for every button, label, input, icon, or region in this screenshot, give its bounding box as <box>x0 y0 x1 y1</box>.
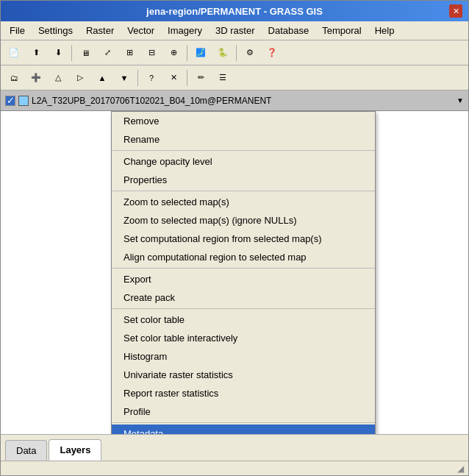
python-button[interactable]: 🐍 <box>212 43 233 63</box>
menu-database[interactable]: Database <box>262 23 315 38</box>
ctx-properties[interactable]: Properties <box>112 171 375 189</box>
zoom-query-button[interactable]: ⊟ <box>141 43 162 63</box>
ctx-create-pack[interactable]: Create pack <box>112 288 375 307</box>
ctx-align-region[interactable]: Align computational region to selected m… <box>112 248 375 266</box>
ctx-sep-1 <box>112 150 375 151</box>
toolbar-row-2: 🗂 ➕ △ ▷ ▲ ▼ ? ✕ ✏ ☰ <box>1 65 468 90</box>
menu-settings[interactable]: Settings <box>32 23 79 38</box>
toolbar-sep-5 <box>187 70 187 86</box>
layer-expand-icon[interactable]: ▼ <box>457 96 464 104</box>
ctx-zoom-selected[interactable]: Zoom to selected map(s) <box>112 193 375 211</box>
ctx-change-opacity[interactable]: Change opacity level <box>112 152 375 171</box>
menu-imagery[interactable]: Imagery <box>162 23 208 38</box>
layer-add-raster-button[interactable]: ➕ <box>26 68 46 88</box>
layer-name-label: L2A_T32UPB_20170706T102021_B04_10m@PERMA… <box>32 96 454 106</box>
ctx-set-region[interactable]: Set computational region from selected m… <box>112 230 375 248</box>
table-button[interactable]: ☰ <box>212 68 233 88</box>
close-button[interactable]: ✕ <box>449 4 462 18</box>
toolbar-row-1: 📄 ⬆ ⬇ 🖥 ⤢ ⊞ ⊟ ⊕ 🗾 🐍 ⚙ ❓ <box>1 40 468 65</box>
menu-raster[interactable]: Raster <box>80 23 120 38</box>
settings-button[interactable]: ⚙ <box>240 43 260 63</box>
ctx-report-raster-stats[interactable]: Report raster statistics <box>112 384 375 402</box>
context-menu: Remove Rename Change opacity level Prope… <box>111 111 376 434</box>
tab-data[interactable]: Data <box>5 440 47 461</box>
layer-add-cmd-button[interactable]: ▷ <box>70 68 90 88</box>
download-button[interactable]: ⬇ <box>48 43 68 63</box>
ctx-univariate-stats[interactable]: Univariate raster statistics <box>112 366 375 384</box>
bottom-tabs: Data Layers <box>1 434 468 461</box>
resize-handle-icon: ◢ <box>457 463 464 474</box>
query-button[interactable]: ? <box>141 68 162 88</box>
ctx-set-color-table[interactable]: Set color table <box>112 310 375 329</box>
zoom-extent-button[interactable]: ⤢ <box>97 43 118 63</box>
tab-layers[interactable]: Layers <box>49 439 101 461</box>
title-bar: jena-region/PERMANENT - GRASS GIS ✕ <box>1 1 468 21</box>
menu-help[interactable]: Help <box>369 23 401 38</box>
new-mapset-button[interactable]: 📄 <box>4 43 24 63</box>
ctx-sep-4 <box>112 308 375 309</box>
upload-button[interactable]: ⬆ <box>26 43 46 63</box>
ctx-rename[interactable]: Rename <box>112 130 375 149</box>
ctx-sep-2 <box>112 191 375 191</box>
layer-color-icon <box>18 96 29 106</box>
menu-temporal[interactable]: Temporal <box>316 23 367 38</box>
ctx-sep-5 <box>112 422 375 423</box>
ctx-profile[interactable]: Profile <box>112 402 375 421</box>
zoom-out-button[interactable]: ⊕ <box>163 43 184 63</box>
toolbar-sep-1 <box>71 45 72 61</box>
menu-file[interactable]: File <box>4 23 31 38</box>
toolbar-sep-2 <box>187 45 187 61</box>
ctx-remove[interactable]: Remove <box>112 112 375 130</box>
main-window: jena-region/PERMANENT - GRASS GIS ✕ File… <box>0 0 469 476</box>
window-title: jena-region/PERMANENT - GRASS GIS <box>20 6 449 17</box>
menu-3draster[interactable]: 3D raster <box>210 23 260 38</box>
ctx-sep-3 <box>112 268 375 269</box>
main-area: Remove Rename Change opacity level Prope… <box>1 111 468 434</box>
zoom-raster-button[interactable]: 🗾 <box>190 43 211 63</box>
help-button[interactable]: ❓ <box>262 43 282 63</box>
ctx-metadata[interactable]: Metadata <box>112 425 375 434</box>
layer-checkbox[interactable]: ✓ <box>5 96 15 106</box>
layer-move-up-button[interactable]: ▲ <box>92 68 112 88</box>
pencil-button[interactable]: ✏ <box>190 68 211 88</box>
toolbar-sep-4 <box>137 70 138 86</box>
display-button[interactable]: 🖥 <box>75 43 96 63</box>
status-bar: ◢ <box>1 461 468 475</box>
layer-new-button[interactable]: 🗂 <box>4 68 24 88</box>
menu-vector[interactable]: Vector <box>121 23 160 38</box>
zoom-region-button[interactable]: ⊞ <box>119 43 140 63</box>
toolbar-sep-3 <box>236 45 237 61</box>
menu-bar: File Settings Raster Vector Imagery 3D r… <box>1 21 468 40</box>
ctx-set-color-interactive[interactable]: Set color table interactively <box>112 329 375 347</box>
ctx-histogram[interactable]: Histogram <box>112 347 375 366</box>
ctx-export[interactable]: Export <box>112 270 375 288</box>
layer-add-vector-button[interactable]: △ <box>48 68 68 88</box>
ctx-zoom-selected-nulls[interactable]: Zoom to selected map(s) (ignore NULLs) <box>112 211 375 230</box>
layer-bar: ✓ L2A_T32UPB_20170706T102021_B04_10m@PER… <box>1 90 468 111</box>
delete-selected-button[interactable]: ✕ <box>163 68 184 88</box>
layer-move-down-button[interactable]: ▼ <box>114 68 135 88</box>
